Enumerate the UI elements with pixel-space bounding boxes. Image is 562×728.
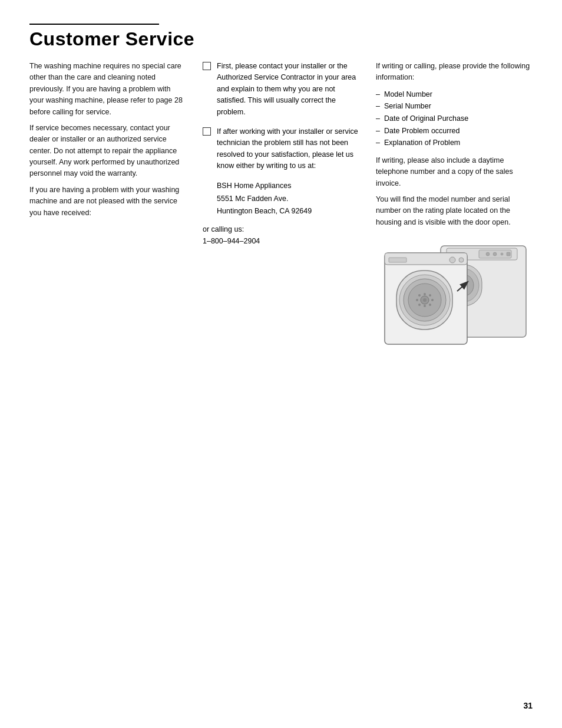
top-rule <box>29 24 159 25</box>
left-para-2: If service becomes necessary, contact yo… <box>29 123 186 180</box>
bullet-text-2: If after working with your installer or … <box>217 126 359 172</box>
svg-rect-9 <box>507 252 510 256</box>
page: Customer Service The washing machine req… <box>0 0 562 728</box>
svg-rect-26 <box>389 258 406 262</box>
address-line3: Huntington Beach, CA 92649 <box>217 205 359 218</box>
address-line2: 5551 Mc Fadden Ave. <box>217 193 359 205</box>
bullet-item-2: If after working with your installer or … <box>203 126 359 172</box>
col-mid: First, please contact your installer or … <box>203 61 359 247</box>
left-para-3: If you are having a problem with your wa… <box>29 185 186 219</box>
calling-label: or calling us: <box>203 223 359 235</box>
svg-point-6 <box>486 252 490 256</box>
svg-point-16 <box>418 294 421 297</box>
calling-block: or calling us: 1–800–944–2904 <box>203 223 359 247</box>
location-text: You will find the model number and seria… <box>376 194 533 228</box>
content-grid: The washing machine requires no special … <box>29 61 533 350</box>
col-right: If writing or calling, please provide th… <box>376 61 533 350</box>
svg-point-23 <box>416 299 418 301</box>
checkbox-icon-1 <box>203 62 211 70</box>
daytime-text: If writing, please also include a daytim… <box>376 155 533 189</box>
info-item-serial: Serial Number <box>376 100 533 113</box>
info-item-explanation: Explanation of Problem <box>376 137 533 149</box>
svg-point-7 <box>493 252 497 256</box>
svg-point-25 <box>423 298 427 302</box>
bullet-item-1: First, please contact your installer or … <box>203 61 359 118</box>
col-left: The washing machine requires no special … <box>29 61 186 223</box>
checkbox-icon-2 <box>203 127 211 136</box>
svg-point-18 <box>429 294 431 297</box>
address-block: BSH Home Appliances 5551 Mc Fadden Ave. … <box>217 180 359 218</box>
calling-number: 1–800–944–2904 <box>203 235 359 247</box>
page-number: 31 <box>523 701 533 710</box>
svg-point-20 <box>429 304 431 306</box>
left-para-1: The washing machine requires no special … <box>29 61 186 118</box>
right-intro: If writing or calling, please provide th… <box>376 61 533 84</box>
page-title: Customer Service <box>29 28 533 50</box>
address-line1: BSH Home Appliances <box>217 180 359 192</box>
svg-point-21 <box>424 305 426 307</box>
svg-point-28 <box>459 258 464 262</box>
svg-point-8 <box>501 253 503 255</box>
info-item-purchase: Date of Original Purchase <box>376 113 533 125</box>
svg-point-19 <box>431 299 434 301</box>
washer-illustration <box>376 235 529 350</box>
info-item-date-problem: Date Problem occurred <box>376 125 533 137</box>
svg-point-17 <box>424 293 426 295</box>
svg-point-22 <box>418 304 421 306</box>
svg-point-27 <box>449 257 455 263</box>
info-item-model: Model Number <box>376 88 533 101</box>
info-list: Model Number Serial Number Date of Origi… <box>376 88 533 149</box>
bullet-text-1: First, please contact your installer or … <box>217 61 359 118</box>
